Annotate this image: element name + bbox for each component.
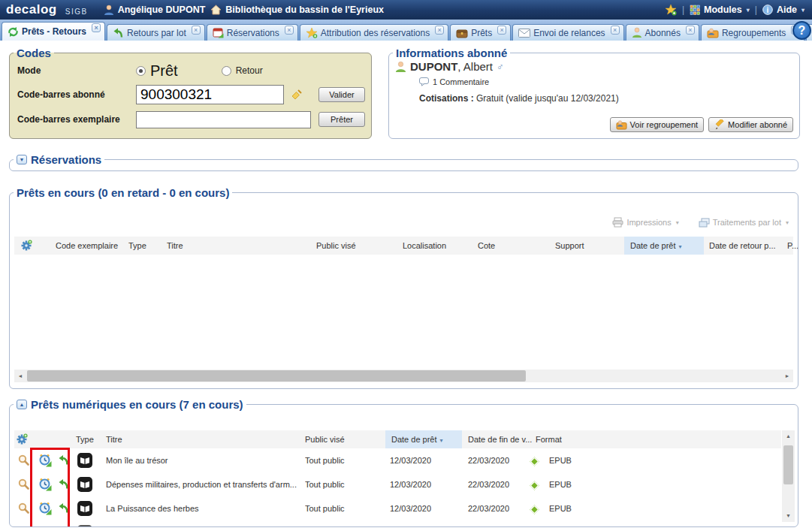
return-loan-icon[interactable] bbox=[58, 454, 70, 466]
search-icon[interactable] bbox=[17, 526, 30, 527]
radio-retour-label: Retour bbox=[236, 65, 263, 76]
calendar-icon bbox=[213, 27, 224, 38]
scroll-left-icon[interactable]: ◄ bbox=[14, 370, 26, 382]
search-icon[interactable] bbox=[17, 478, 30, 490]
tab-abonnes[interactable]: Abonnés × bbox=[626, 24, 699, 41]
col-date-pret-sorted[interactable]: Date de prêt▾ bbox=[624, 237, 704, 255]
col-titre[interactable]: Titre bbox=[106, 430, 122, 448]
scroll-down-icon[interactable]: ▼ bbox=[782, 510, 795, 522]
current-user-label: Angélique DUPONT bbox=[118, 5, 206, 15]
col-type[interactable]: Type bbox=[128, 237, 146, 255]
undo-arrow-icon bbox=[113, 27, 124, 38]
scrollbar-thumb[interactable] bbox=[783, 445, 793, 484]
renew-loan-icon[interactable] bbox=[38, 526, 52, 527]
close-icon[interactable]: × bbox=[611, 26, 620, 35]
collapse-toggle-icon[interactable]: ▲ bbox=[17, 400, 27, 409]
scrollbar-thumb[interactable] bbox=[27, 370, 526, 382]
star-plus-icon[interactable] bbox=[665, 4, 677, 16]
refresh-icon bbox=[8, 26, 19, 38]
col-public-vise[interactable]: Public visé bbox=[316, 237, 356, 255]
renew-loan-icon[interactable] bbox=[38, 502, 52, 515]
radio-pret[interactable] bbox=[136, 66, 146, 76]
close-icon[interactable]: × bbox=[686, 26, 695, 35]
sort-desc-icon: ▾ bbox=[440, 437, 443, 444]
tab-prets-retours[interactable]: Prêts - Retours × bbox=[2, 22, 105, 41]
barcode-exemplaire-input[interactable] bbox=[136, 111, 311, 128]
help-button[interactable]: ? bbox=[792, 21, 811, 40]
return-loan-icon[interactable] bbox=[58, 502, 70, 514]
comment-count[interactable]: 1 Commentaire bbox=[433, 77, 489, 86]
col-code-exemplaire[interactable]: Code exemplaire bbox=[56, 237, 118, 255]
close-icon[interactable]: × bbox=[92, 23, 101, 32]
barcode-abonne-input[interactable] bbox=[136, 85, 284, 104]
col-public-vise[interactable]: Public visé bbox=[305, 430, 345, 448]
col-date-retour[interactable]: Date de retour p... bbox=[709, 237, 776, 255]
tab-retours-par-lot[interactable]: Retours par lot × bbox=[107, 24, 205, 41]
current-library-label: Bibliothèque du bassin de l'Eyrieux bbox=[225, 5, 384, 15]
col-support[interactable]: Support bbox=[555, 237, 584, 255]
tab-reservations[interactable]: Réservations × bbox=[207, 24, 298, 41]
search-icon[interactable] bbox=[17, 454, 30, 466]
separator: | bbox=[682, 5, 684, 15]
close-icon[interactable]: × bbox=[285, 26, 294, 35]
col-clipped[interactable]: P... bbox=[787, 237, 798, 255]
app-logo: decalog bbox=[6, 2, 57, 17]
modifier-abonne-button[interactable]: Modifier abonné bbox=[708, 117, 793, 132]
star-icon bbox=[306, 27, 318, 38]
radio-retour[interactable] bbox=[222, 66, 231, 76]
loan-date-fin: 22/03/2020 bbox=[468, 448, 509, 472]
col-titre[interactable]: Titre bbox=[167, 237, 183, 255]
expand-toggle-icon[interactable]: ▼ bbox=[17, 155, 27, 164]
tab-label: Prêts bbox=[471, 28, 492, 38]
return-loan-icon[interactable] bbox=[58, 478, 70, 490]
abonne-panel: Informations abonné DUPONT, Albert ♂ 1 C… bbox=[388, 47, 800, 139]
col-localisation[interactable]: Localisation bbox=[403, 237, 446, 255]
tab-regroupements[interactable]: Regroupements × bbox=[701, 24, 804, 41]
current-loans-header: Code exemplaire Type Titre Public visé L… bbox=[14, 237, 793, 255]
radio-pret-label: Prêt bbox=[150, 62, 178, 80]
epub-format-icon bbox=[531, 505, 538, 515]
scroll-right-icon[interactable]: ► bbox=[781, 370, 793, 382]
horizontal-scrollbar[interactable]: ◄ ► bbox=[14, 370, 793, 382]
batch-sheets-icon bbox=[699, 218, 710, 228]
tab-prets[interactable]: Prêts × bbox=[450, 24, 511, 41]
modules-menu[interactable]: Modules ▾ bbox=[690, 5, 750, 15]
tab-label: Regroupements bbox=[722, 28, 786, 38]
aide-menu[interactable]: i Aide ▾ bbox=[762, 5, 804, 15]
reservations-legend: ▼ Réservations bbox=[14, 153, 104, 166]
valider-button[interactable]: Valider bbox=[318, 87, 365, 102]
chevron-down-icon: ▾ bbox=[747, 7, 750, 14]
close-icon[interactable]: × bbox=[192, 26, 201, 35]
col-date-pret-sorted[interactable]: Date de prêt▾ bbox=[385, 430, 462, 448]
renew-loan-icon[interactable] bbox=[38, 478, 52, 491]
epub-format-icon bbox=[531, 481, 538, 491]
loan-date-pret: 12/03/2020 bbox=[390, 472, 431, 496]
col-type[interactable]: Type bbox=[76, 430, 94, 448]
col-date-fin[interactable]: Date de fin de v... bbox=[468, 430, 532, 448]
scroll-up-icon[interactable]: ▲ bbox=[782, 430, 795, 442]
codes-legend: Codes bbox=[14, 47, 54, 59]
clear-broom-icon[interactable] bbox=[290, 89, 303, 101]
col-cote[interactable]: Cote bbox=[478, 237, 495, 255]
search-icon[interactable] bbox=[17, 502, 30, 514]
loan-public: Tout public bbox=[305, 472, 345, 496]
modules-label: Modules bbox=[704, 5, 742, 15]
loan-date-fin: 22/03/2020 bbox=[468, 496, 509, 520]
vertical-scrollbar[interactable]: ▲ ▼ bbox=[782, 430, 795, 522]
return-loan-icon[interactable] bbox=[58, 526, 70, 527]
current-loans-legend: Prêts en cours (0 en retard - 0 en cours… bbox=[14, 186, 232, 199]
ebook-type-icon bbox=[77, 501, 92, 516]
tab-envoi-relances[interactable]: Envoi de relances × bbox=[512, 24, 623, 41]
col-format[interactable]: Format bbox=[536, 430, 562, 448]
preter-button[interactable]: Prêter bbox=[318, 112, 365, 127]
ebook-type-icon bbox=[77, 453, 92, 468]
loan-public: Tout public bbox=[305, 520, 345, 527]
close-icon[interactable]: × bbox=[497, 26, 506, 35]
tab-attribution-reservations[interactable]: Attribution des réservations × bbox=[300, 24, 448, 41]
voir-regroupement-button[interactable]: Voir regroupement bbox=[610, 117, 705, 132]
cotisations-label: Cotisations : bbox=[419, 93, 474, 104]
renew-loan-icon[interactable] bbox=[38, 454, 52, 467]
column-settings-gear-icon[interactable] bbox=[16, 433, 28, 445]
close-icon[interactable]: × bbox=[435, 26, 444, 35]
column-settings-gear-icon[interactable] bbox=[20, 240, 32, 252]
